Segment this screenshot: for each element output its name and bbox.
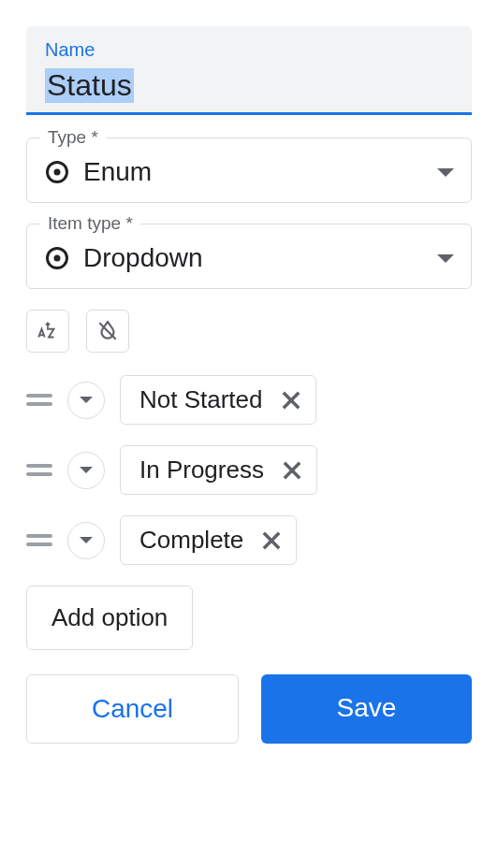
save-button[interactable]: Save <box>261 674 472 744</box>
name-field[interactable]: Name Status <box>26 26 472 115</box>
close-icon[interactable] <box>258 528 285 554</box>
item-type-select[interactable]: Item type * Dropdown <box>26 224 472 289</box>
option-row: Not Started <box>26 375 472 425</box>
svg-point-1 <box>54 169 61 176</box>
chevron-down-icon <box>437 254 454 263</box>
tool-row <box>26 310 472 353</box>
svg-point-3 <box>54 255 61 262</box>
option-color-button[interactable] <box>67 522 105 559</box>
type-value: Enum <box>83 157 424 187</box>
option-chip[interactable]: Complete <box>120 515 297 565</box>
type-select[interactable]: Type * Enum <box>26 137 472 203</box>
enum-icon <box>44 159 70 185</box>
add-option-button[interactable]: Add option <box>26 586 193 650</box>
colors-off-icon <box>95 319 120 343</box>
chevron-down-icon <box>80 537 93 543</box>
close-icon[interactable] <box>278 387 304 413</box>
option-row: Complete <box>26 515 472 565</box>
item-type-label: Item type * <box>40 213 140 234</box>
drag-handle-icon[interactable] <box>26 464 52 476</box>
sort-alpha-icon <box>36 319 60 343</box>
type-label: Type * <box>40 127 106 148</box>
option-label: Complete <box>139 526 243 555</box>
chevron-down-icon <box>437 168 454 177</box>
option-label: Not Started <box>139 385 263 414</box>
item-type-value: Dropdown <box>83 243 424 273</box>
option-color-button[interactable] <box>67 382 105 419</box>
toggle-colors-button[interactable] <box>86 310 129 353</box>
drag-handle-icon[interactable] <box>26 534 52 546</box>
name-input-value[interactable]: Status <box>45 68 134 103</box>
option-chip[interactable]: Not Started <box>120 375 316 425</box>
drag-handle-icon[interactable] <box>26 394 52 406</box>
cancel-button[interactable]: Cancel <box>26 674 239 744</box>
option-label: In Progress <box>139 456 264 485</box>
enum-icon <box>44 245 70 271</box>
option-row: In Progress <box>26 445 472 495</box>
option-chip[interactable]: In Progress <box>120 445 317 495</box>
close-icon[interactable] <box>279 457 305 484</box>
option-color-button[interactable] <box>67 452 105 489</box>
chevron-down-icon <box>80 467 93 473</box>
action-row: Cancel Save <box>26 674 472 744</box>
sort-alpha-button[interactable] <box>26 310 69 353</box>
name-label: Name <box>45 39 453 61</box>
chevron-down-icon <box>80 397 93 403</box>
